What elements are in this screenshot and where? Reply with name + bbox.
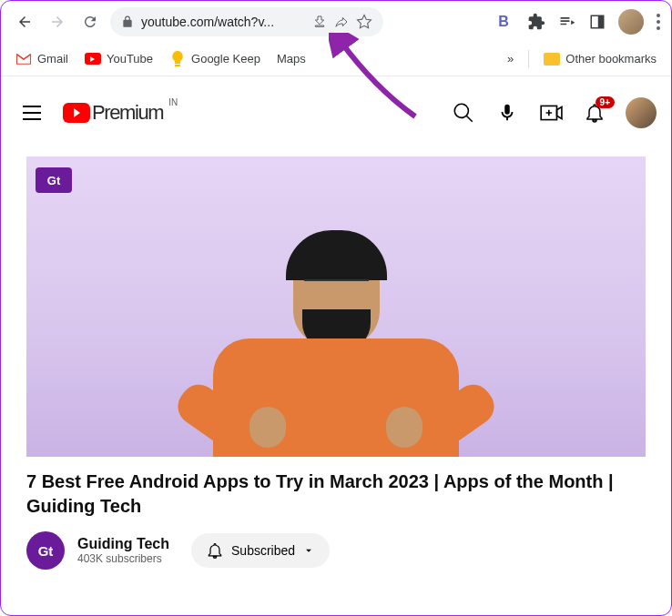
- subscribe-button[interactable]: Subscribed: [191, 533, 330, 568]
- svg-line-4: [466, 116, 473, 122]
- channel-info-row: Gt Guiding Tech 403K subscribers Subscri…: [26, 531, 646, 570]
- youtube-header: Premium IN 9+: [1, 87, 671, 138]
- channel-name[interactable]: Guiding Tech: [77, 536, 169, 552]
- bell-icon: [206, 541, 224, 560]
- youtube-logo[interactable]: Premium IN: [63, 101, 163, 125]
- browser-menu-icon[interactable]: [657, 14, 660, 30]
- playlist-icon[interactable]: [558, 13, 576, 31]
- divider: [528, 50, 529, 68]
- svg-rect-1: [598, 15, 604, 28]
- share-icon[interactable]: [334, 15, 349, 29]
- install-icon[interactable]: [312, 15, 327, 29]
- star-icon[interactable]: [356, 14, 372, 30]
- bookmark-youtube[interactable]: YouTube: [85, 51, 153, 67]
- search-icon[interactable]: [451, 100, 476, 126]
- extension-b-icon[interactable]: B: [493, 11, 514, 33]
- svg-point-3: [454, 104, 468, 117]
- address-bar[interactable]: youtube.com/watch?v...: [110, 7, 383, 36]
- youtube-play-icon: [63, 103, 90, 123]
- bookmark-maps[interactable]: Maps: [277, 52, 306, 66]
- gmail-icon: [15, 51, 32, 67]
- video-player[interactable]: Gt: [26, 157, 646, 457]
- reload-button[interactable]: [77, 9, 103, 35]
- lock-icon: [121, 15, 134, 28]
- bookmark-gmail[interactable]: Gmail: [15, 51, 68, 67]
- forward-button[interactable]: [45, 9, 70, 35]
- back-button[interactable]: [12, 9, 37, 35]
- video-channel-watermark: Gt: [36, 167, 72, 193]
- url-text: youtube.com/watch?v...: [141, 15, 305, 29]
- folder-icon: [544, 53, 560, 66]
- country-code: IN: [168, 97, 178, 107]
- other-bookmarks[interactable]: Other bookmarks: [544, 52, 657, 66]
- browser-profile-avatar[interactable]: [618, 9, 644, 35]
- panel-icon[interactable]: [589, 14, 606, 30]
- video-content: Gt 7 Best Free Android Apps to Try in Ma…: [1, 138, 671, 588]
- chevron-down-icon: [302, 544, 315, 557]
- notifications-icon[interactable]: 9+: [582, 100, 607, 126]
- create-icon[interactable]: [538, 100, 564, 126]
- browser-toolbar: youtube.com/watch?v... B: [1, 1, 671, 42]
- video-presenter: [213, 241, 459, 457]
- subscribe-label: Subscribed: [231, 543, 295, 558]
- video-title: 7 Best Free Android Apps to Try in March…: [26, 470, 646, 519]
- bookmarks-bar: Gmail YouTube Google Keep Maps » Other b…: [1, 42, 671, 76]
- toolbar-extensions: B: [493, 9, 660, 35]
- notification-badge: 9+: [596, 96, 615, 108]
- channel-avatar[interactable]: Gt: [26, 531, 65, 570]
- voice-search-icon[interactable]: [494, 100, 520, 126]
- bookmark-keep[interactable]: Google Keep: [169, 51, 260, 67]
- youtube-icon: [85, 51, 101, 67]
- extensions-icon[interactable]: [527, 13, 545, 31]
- bookmarks-overflow[interactable]: »: [507, 52, 514, 66]
- keep-icon: [169, 51, 186, 67]
- hamburger-menu[interactable]: [15, 98, 48, 127]
- user-avatar[interactable]: [626, 97, 657, 128]
- svg-rect-2: [175, 65, 180, 66]
- subscriber-count: 403K subscribers: [77, 552, 169, 565]
